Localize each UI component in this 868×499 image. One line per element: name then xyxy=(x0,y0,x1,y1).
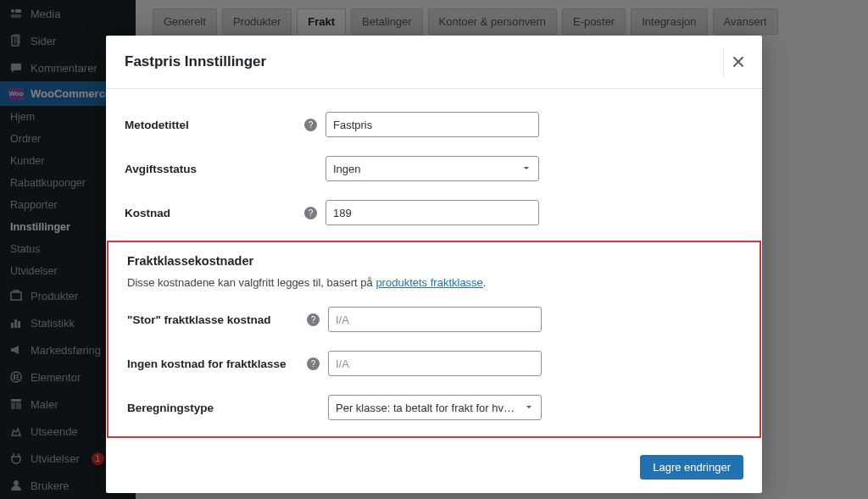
help-icon[interactable]: ? xyxy=(304,207,317,219)
select-avgiftstatus[interactable]: Ingen xyxy=(326,156,539,181)
row-stor-fraktklasse: "Stor" fraktklasse kostnad ? xyxy=(108,297,760,341)
save-button[interactable]: Lagre endringer xyxy=(640,455,743,480)
help-icon[interactable]: ? xyxy=(307,313,320,326)
modal-header: Fastpris Innstillinger xyxy=(106,36,762,89)
input-kostnad[interactable] xyxy=(326,200,539,225)
modal-title: Fastpris Innstillinger xyxy=(125,53,266,70)
modal-footer: Lagre endringer xyxy=(106,445,762,493)
modal-overlay[interactable]: Fastpris Innstillinger Metodetittel ? Av… xyxy=(0,0,868,499)
label-stor: "Stor" fraktklasse kostnad xyxy=(127,313,307,326)
help-icon[interactable]: ? xyxy=(307,358,320,370)
close-button[interactable] xyxy=(723,47,752,76)
label-metodetittel: Metodetittel xyxy=(125,119,304,131)
input-ingen-fraktklasse[interactable] xyxy=(328,351,542,376)
label-avgiftstatus: Avgiftsstatus xyxy=(125,163,304,175)
label-ingen: Ingen kostnad for fraktklasse xyxy=(127,358,307,370)
modal-body: Metodetittel ? Avgiftsstatus Ingen Kostn… xyxy=(106,89,762,445)
settings-modal: Fastpris Innstillinger Metodetittel ? Av… xyxy=(106,36,762,493)
input-stor-fraktklasse[interactable] xyxy=(328,307,542,332)
help-icon[interactable]: ? xyxy=(304,119,317,131)
label-beregning: Beregningstype xyxy=(127,402,307,414)
label-kostnad: Kostnad xyxy=(125,207,304,219)
select-beregningstype[interactable]: Per klasse: ta betalt for frakt for hver… xyxy=(328,395,542,420)
close-icon xyxy=(732,56,744,68)
row-kostnad: Kostnad ? xyxy=(106,191,762,235)
row-metodetittel: Metodetittel ? xyxy=(106,103,762,147)
section-heading: Fraktklassekostnader xyxy=(108,251,760,273)
row-beregningstype: Beregningstype Per klasse: ta betalt for… xyxy=(108,385,760,430)
fraktklasse-section: Fraktklassekostnader Disse kostnadene ka… xyxy=(107,241,761,438)
link-fraktklasse[interactable]: produktets fraktklasse xyxy=(376,276,482,289)
section-description: Disse kostnadene kan valgfritt legges ti… xyxy=(108,273,760,297)
row-ingen-fraktklasse: Ingen kostnad for fraktklasse ? xyxy=(108,341,760,385)
input-metodetittel[interactable] xyxy=(326,112,539,137)
row-avgiftstatus: Avgiftsstatus Ingen xyxy=(106,147,762,191)
